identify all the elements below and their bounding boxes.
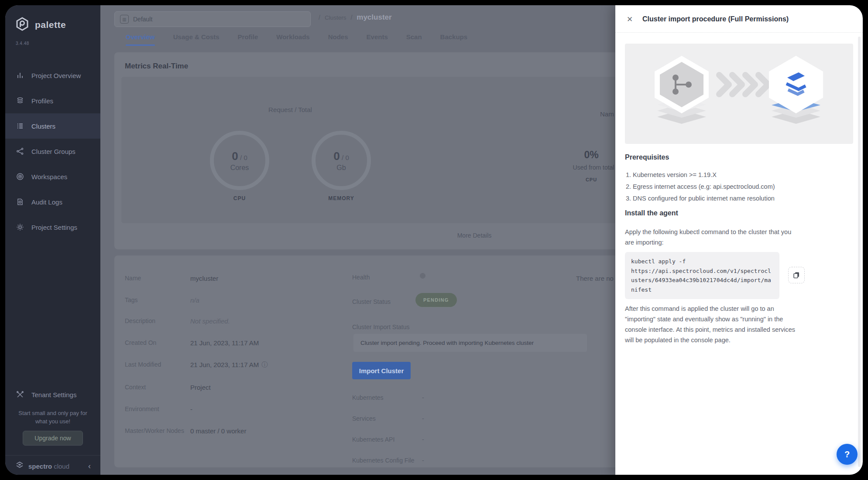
- kubernetes-config-file-value: -: [422, 457, 424, 464]
- prerequisite-item: Egress internet access (e.g: api.spectro…: [633, 181, 775, 193]
- upgrade-promo-text: Start small and only pay for what you us…: [14, 409, 92, 426]
- sidebar-item-clusters[interactable]: Clusters: [5, 113, 100, 139]
- health-status-dot: [420, 273, 425, 279]
- detail-label: Name: [125, 275, 190, 282]
- workspace-icon: [16, 172, 24, 181]
- detail-row-last-modified: Last Modified 21 Jun, 2023, 11:17 AM ⓘ: [125, 361, 343, 369]
- services-value: -: [422, 415, 424, 422]
- help-button[interactable]: ?: [837, 444, 858, 465]
- detail-value: mycluster: [190, 275, 218, 282]
- health-label: Health: [352, 274, 370, 281]
- brand-name: palette: [35, 20, 66, 30]
- spectrocloud-logo-icon: [15, 460, 24, 472]
- import-cluster-button[interactable]: Import Cluster: [352, 362, 411, 379]
- tab-workloads[interactable]: Workloads: [276, 33, 309, 46]
- project-selector-value: Default: [133, 16, 152, 23]
- copy-icon: [793, 272, 800, 279]
- memory-gauge-total: / 0: [342, 154, 349, 161]
- copy-command-button[interactable]: [788, 267, 805, 283]
- brand: palette: [15, 17, 66, 33]
- prerequisites-title: Prerequisites: [625, 153, 669, 161]
- drawer-scrollbar[interactable]: [858, 37, 861, 467]
- detail-label: Context: [125, 384, 190, 391]
- detail-value: 21 Jun, 2023, 11:17 AM: [190, 361, 259, 369]
- tab-scan[interactable]: Scan: [406, 33, 422, 46]
- sidebar-item-workspaces[interactable]: Workspaces: [5, 164, 100, 189]
- drawer-title: Cluster import procedure (Full Permissio…: [642, 15, 789, 23]
- detail-value: Not specified.: [190, 317, 230, 325]
- install-agent-title: Install the agent: [625, 209, 678, 217]
- sidebar-divider: [5, 455, 100, 456]
- kubernetes-label: Kubernetes: [352, 394, 384, 401]
- sidebar: palette 3.4.48 Project Overview Profiles: [5, 5, 100, 475]
- memory-gauge-value: 0: [333, 150, 340, 163]
- breadcrumb-separator: /: [319, 14, 320, 21]
- tab-overview[interactable]: Overview: [126, 33, 155, 46]
- detail-value: 0 master / 0 worker: [190, 427, 246, 435]
- document-icon: [16, 197, 24, 206]
- detail-label: Environment: [125, 405, 190, 413]
- detail-label: Description: [125, 317, 190, 325]
- sidebar-item-cluster-groups[interactable]: Cluster Groups: [5, 139, 100, 164]
- sidebar-item-label: Project Overview: [31, 72, 81, 79]
- detail-row-nodes: Master/Worker Nodes 0 master / 0 worker: [125, 427, 343, 435]
- cpu-gauge-label: CPU: [205, 195, 274, 201]
- tab-nodes[interactable]: Nodes: [328, 33, 348, 46]
- memory-gauge-ring: 0 / 0 Gb: [312, 131, 371, 190]
- metrics-title: Metrics Real-Time: [125, 62, 188, 71]
- breadcrumb-clusters[interactable]: Clusters: [325, 14, 347, 21]
- bar-chart-icon: [16, 71, 24, 80]
- info-icon[interactable]: ⓘ: [261, 361, 268, 369]
- kubernetes-api-value: -: [422, 436, 424, 443]
- project-selector[interactable]: ▥ Default: [114, 11, 311, 27]
- tab-backups[interactable]: Backups: [440, 33, 468, 46]
- tab-usage-costs[interactable]: Usage & Costs: [173, 33, 220, 46]
- sidebar-item-label: Profiles: [31, 97, 53, 105]
- prerequisite-item: Kubernetes version >= 1.19.X: [633, 169, 775, 181]
- sidebar-item-profiles[interactable]: Profiles: [5, 88, 100, 113]
- detail-label: Tags: [125, 296, 190, 304]
- kubernetes-config-file-label: Kubernetes Config File: [352, 457, 414, 464]
- footer-brand-suffix: cloud: [54, 463, 69, 470]
- app-version: 3.4.48: [16, 41, 29, 46]
- upgrade-button[interactable]: Upgrade now: [23, 431, 83, 446]
- detail-row-tags: Tags n/a: [125, 296, 343, 304]
- list-icon: [16, 122, 24, 130]
- detail-row-environment: Environment -: [125, 405, 343, 413]
- detail-row-context: Context Project: [125, 384, 343, 391]
- sidebar-item-audit-logs[interactable]: Audit Logs: [5, 189, 100, 214]
- detail-value: 21 Jun, 2023, 11:17 AM: [190, 339, 259, 347]
- more-details-link[interactable]: More Details: [439, 232, 509, 239]
- detail-label: Master/Worker Nodes: [125, 427, 190, 435]
- status-badge: PENDING: [415, 293, 457, 307]
- cluster-status-label: Cluster Status: [352, 298, 391, 305]
- cpu-gauge-ring: 0 / 0 Cores: [210, 131, 269, 190]
- tab-events[interactable]: Events: [367, 33, 388, 46]
- cpu-gauge-unit: Cores: [230, 164, 249, 172]
- memory-gauge-label: MEMORY: [306, 195, 376, 201]
- cpu-gauge: 0 / 0 Cores CPU: [205, 131, 274, 201]
- tab-profile[interactable]: Profile: [238, 33, 258, 46]
- close-icon[interactable]: ✕: [627, 15, 633, 24]
- breadcrumb-separator: /: [350, 14, 352, 21]
- cpu-gauge-value: 0: [232, 150, 238, 163]
- network-icon: [16, 147, 24, 156]
- prerequisite-item: DNS configured for public internet name …: [633, 193, 775, 204]
- detail-label: Last Modified: [125, 361, 190, 369]
- cluster-tabs: Overview Usage & Costs Profile Workloads…: [126, 33, 467, 46]
- sidebar-item-label: Audit Logs: [31, 198, 62, 206]
- kubectl-command-code: kubectl apply -f https://api.spectroclou…: [625, 252, 779, 299]
- cluster-import-status-label: Cluster Import Status: [352, 323, 410, 330]
- install-instruction: Apply the following kubectl command to t…: [625, 227, 796, 248]
- sidebar-item-project-overview[interactable]: Project Overview: [5, 63, 100, 88]
- sidebar-item-label: Workspaces: [31, 173, 67, 180]
- sidebar-nav: Project Overview Profiles Clusters: [5, 63, 100, 240]
- sidebar-item-project-settings[interactable]: Project Settings: [5, 214, 100, 240]
- collapse-sidebar-icon[interactable]: ‹: [88, 462, 91, 471]
- cluster-import-drawer: ✕ Cluster import procedure (Full Permiss…: [615, 5, 863, 475]
- hexagon-import-graphic: [625, 44, 853, 144]
- footer-brand: spectro: [28, 463, 52, 470]
- kubernetes-api-label: Kubernetes API: [352, 436, 395, 443]
- sidebar-item-tenant-settings[interactable]: Tenant Settings: [5, 382, 100, 407]
- drawer-divider: [615, 32, 863, 33]
